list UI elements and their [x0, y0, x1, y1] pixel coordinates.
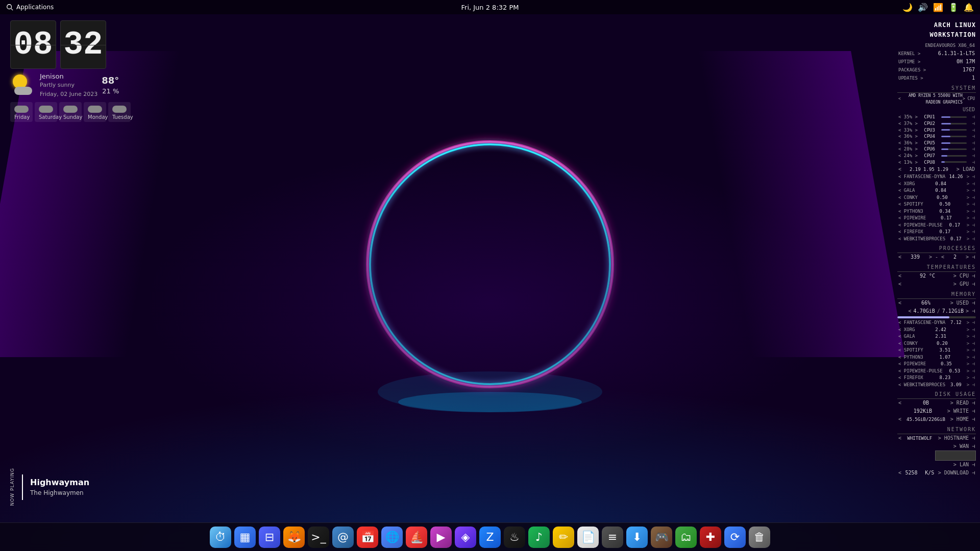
taskbar-icon-grid[interactable]: ⊟ — [259, 527, 280, 548]
taskbar-icon-media[interactable]: ▶ — [430, 527, 452, 548]
conky-mem-usage: < 4.70GiB / 7.12GiB > ⊣ — [897, 307, 976, 315]
topbar-right: 🌙 🔊 📶 🔋 🔔 — [902, 3, 974, 12]
conky-hostname: < WHITEWOLF > HOSTNAME ⊣ — [897, 434, 976, 442]
conky-top-cpu-pipewire: < PIPEWIRE 0.17 > ⊣ — [897, 215, 976, 222]
temp-humidity: 88° 21 % — [102, 74, 119, 96]
taskbar-icon-files[interactable]: ▦ — [234, 527, 256, 548]
conky-mem-total: 7.12GiB — [942, 307, 964, 315]
wallpaper — [0, 0, 980, 551]
taskbar-icon-notes[interactable]: ✏ — [553, 527, 574, 548]
weather-humidity: 21 % — [102, 87, 119, 96]
taskbar-icon-email[interactable]: @ — [332, 527, 354, 548]
taskbar-icon-spotify[interactable]: ♪ — [528, 527, 550, 548]
conky-top-cpu-xorg: < XORG 0.84 > ⊣ — [897, 181, 976, 188]
taskbar-icon-gaming[interactable]: 🎮 — [651, 527, 672, 548]
conky-top-mem-firefox: < FIREFOX 8.23 > ⊣ — [897, 374, 976, 382]
taskbar-icon-toggle[interactable]: ⟳ — [724, 527, 746, 548]
conky-top-cpu-spotify: < SPOTIFY 0.50 > ⊣ — [897, 201, 976, 208]
conky-disk-home: < 45.5GiB/226GiB > HOME ⊣ — [897, 415, 976, 423]
weather-icon — [10, 72, 36, 97]
svg-line-8 — [11, 9, 13, 11]
conky-cpu-row-cpu6: < 28% > CPU6 ⊣ — [897, 146, 976, 153]
topbar-left[interactable]: Applications — [6, 4, 54, 11]
taskbar-icon-tasklist[interactable]: ≡ — [602, 527, 623, 548]
conky-used: USED — [963, 106, 975, 114]
taskbar-icon-zoom[interactable]: Z — [479, 527, 501, 548]
conky-disk-read-val: 0B — [923, 399, 929, 407]
conky-top-mem-pipewire-pulse: < PIPEWIRE-PULSE 0.53 > ⊣ — [897, 368, 976, 375]
forecast-friday: Friday — [10, 102, 33, 122]
conky-disk-read: < 0B > READ ⊣ — [897, 399, 976, 407]
conky-packages: 1767 — [963, 66, 975, 74]
volume-icon[interactable]: 🔊 — [918, 3, 928, 12]
conky-kernel: 6.1.31-1-LTS — [938, 49, 975, 58]
taskbar-icon-qbittorrent[interactable]: ⬇ — [626, 527, 648, 548]
taskbar-icon-terminal[interactable]: >_ — [308, 527, 329, 548]
clock-hours: 08 — [10, 20, 56, 69]
moon-icon[interactable]: 🌙 — [902, 3, 913, 12]
taskbar-icon-gradient[interactable]: ◈ — [455, 527, 476, 548]
clock-digits: 08 32 — [10, 20, 131, 69]
conky-cpu-row-cpu5: < 36% > CPU5 ⊣ — [897, 140, 976, 146]
conky-disk-header: DISK USAGE — [897, 390, 976, 399]
notification-icon[interactable]: 🔔 — [964, 3, 974, 12]
conky-disk-write-val: 192KiB — [914, 407, 932, 415]
conky-mem-used: 4.70GiB — [914, 307, 935, 315]
conky-proc-run: 2 — [953, 253, 957, 261]
forecast-row: Friday Saturday Sunday Monday Tuesday — [10, 102, 131, 122]
svg-point-7 — [7, 5, 12, 9]
taskbar-icon-filemanager[interactable]: 🗂 — [675, 527, 697, 548]
applications-label[interactable]: Applications — [16, 4, 54, 11]
conky-top-cpu-gala: < GALA 0.84 > ⊣ — [897, 187, 976, 194]
wifi-icon[interactable]: 📶 — [933, 3, 943, 12]
conky-network-header: NETWORK — [897, 425, 976, 434]
taskbar-icon-finder[interactable]: ⏱ — [210, 527, 231, 548]
forecast-tuesday: Tuesday — [108, 102, 131, 122]
conky-cpu-row-cpu1: < 35% > CPU1 ⊣ — [897, 114, 976, 120]
conky-top-mem-spotify: < SPOTIFY 3.51 > ⊣ — [897, 347, 976, 354]
location-info: Jenison Partly sunny Friday, 02 June 202… — [40, 72, 97, 98]
conky-top-mem: < FANTASCENE-DYNA 7.12 > ⊣ < XORG 2.42 >… — [897, 319, 976, 388]
taskbar-icon-steam[interactable]: ♨ — [504, 527, 525, 548]
conky-top-mem-pipewire: < PIPEWIRE 0.35 > ⊣ — [897, 361, 976, 368]
conky-cpu-name: < AMD RYZEN 5 5500U WITH RADEON GRAPHICS… — [897, 93, 976, 106]
conky-top-cpu: < FANTASCENE-DYNA 14.26 > ⊣ < XORG 0.84 … — [897, 173, 976, 242]
topbar-datetime: Fri, Jun 2 8:32 PM — [461, 4, 519, 11]
conky-cpu-name-val: AMD RYZEN 5 5500U WITH RADEON GRAPHICS — [901, 93, 963, 106]
taskbar-icon-endeavour[interactable]: ⛵ — [406, 527, 427, 548]
conky-os-row: ENDEAVOUROS X86_64 — [897, 42, 976, 49]
taskbar-icon-browser[interactable]: 🌐 — [381, 527, 403, 548]
conky-wan-indicator — [935, 450, 976, 461]
forecast-sunday: Sunday — [59, 102, 82, 122]
conky-temps-header: TEMPERATURES — [897, 263, 976, 272]
conky-title: ARCH LINUX WORKSTATION — [897, 20, 976, 40]
weather-location: Jenison — [40, 72, 97, 81]
conky-cpu-temp: 92 °C — [920, 272, 935, 280]
conky-cpu-bars: < 35% > CPU1 ⊣ < 37% > CPU2 ⊣ < 33% > CP… — [897, 114, 976, 165]
conky-os: ENDEAVOUROS X86_64 — [925, 42, 975, 49]
conky-processes-header: PROCESSES — [897, 244, 976, 253]
now-playing-artist: The Highwaymen — [30, 489, 89, 497]
conky-download-val: 5258 — [905, 469, 917, 477]
conky-used-label: USED — [897, 106, 976, 114]
taskbar-icon-calendar[interactable]: 📅 — [357, 527, 378, 548]
conky-load: 2.19 1.95 1.29 — [910, 166, 948, 173]
conky-mem-pct: 66% — [921, 299, 930, 307]
conky-disk-write: 192KiB > WRITE ⊣ — [897, 407, 976, 415]
weather-date: Friday, 02 June 2023 — [40, 90, 97, 98]
taskbar-icon-cross[interactable]: ✚ — [700, 527, 721, 548]
search-icon — [6, 4, 13, 11]
taskbar-icon-trash[interactable]: 🗑 — [749, 527, 770, 548]
now-playing-title: Highwayman — [30, 477, 89, 488]
forecast-monday: Monday — [84, 102, 106, 122]
conky-gpu-temp-row: < > GPU ⊣ — [897, 280, 976, 288]
taskbar-icon-docview[interactable]: 📄 — [577, 527, 599, 548]
taskbar-icon-firefox[interactable]: 🦊 — [283, 527, 305, 548]
conky-cpu-row-cpu7: < 24% > CPU7 ⊣ — [897, 153, 976, 159]
conky-system-header: SYSTEM — [897, 84, 976, 93]
conky-upload-unit: K/S — [925, 469, 934, 477]
conky-proc-total: 339 — [911, 253, 920, 261]
conky-cpu-row-cpu3: < 33% > CPU3 ⊣ — [897, 127, 976, 134]
conky-mem-pct-row: < 66% > USED ⊣ — [897, 299, 976, 307]
battery-icon[interactable]: 🔋 — [948, 3, 959, 12]
